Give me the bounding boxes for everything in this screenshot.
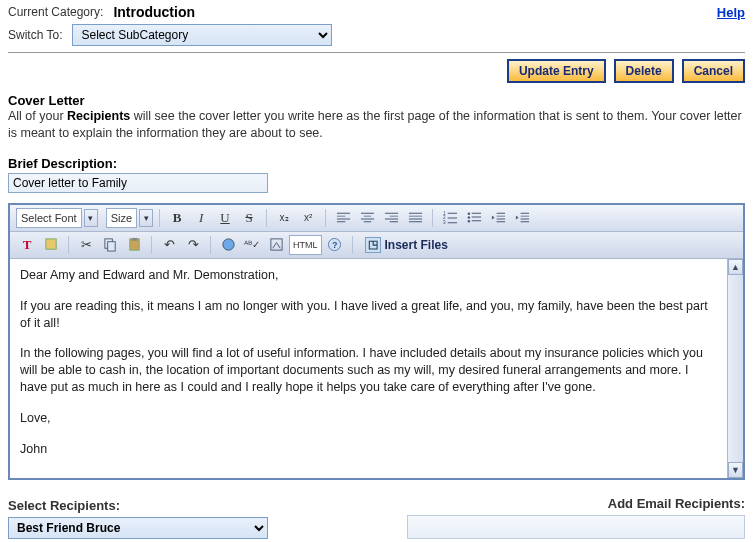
insert-files-button[interactable]: ◳ Insert Files bbox=[359, 237, 454, 253]
brief-description-input[interactable] bbox=[8, 173, 268, 193]
switch-to-label: Switch To: bbox=[8, 28, 62, 42]
scroll-up-icon[interactable]: ▲ bbox=[728, 259, 743, 275]
superscript-button[interactable]: x² bbox=[297, 208, 319, 228]
html-source-button[interactable]: HTML bbox=[289, 235, 322, 255]
brief-description-label: Brief Description: bbox=[8, 156, 745, 171]
svg-rect-6 bbox=[45, 239, 55, 249]
switch-to-select[interactable]: Select SubCategory bbox=[72, 24, 332, 46]
svg-rect-10 bbox=[131, 238, 137, 241]
italic-button[interactable]: I bbox=[190, 208, 212, 228]
cut-button[interactable]: ✂ bbox=[75, 235, 97, 255]
add-email-recipients-label: Add Email Recipients: bbox=[407, 496, 745, 511]
align-justify-button[interactable] bbox=[404, 208, 426, 228]
editor-scrollbar[interactable]: ▲ ▼ bbox=[727, 259, 743, 478]
align-center-button[interactable] bbox=[356, 208, 378, 228]
delete-button[interactable]: Delete bbox=[614, 59, 674, 83]
rich-text-editor: Select Font ▾ Size ▾ B I U S x₂ x² 123 T… bbox=[8, 203, 745, 480]
copy-button[interactable] bbox=[99, 235, 121, 255]
svg-text:?: ? bbox=[332, 241, 337, 251]
add-email-recipients-box[interactable] bbox=[407, 515, 745, 539]
special-char-button[interactable] bbox=[265, 235, 287, 255]
unordered-list-button[interactable] bbox=[463, 208, 485, 228]
undo-button[interactable]: ↶ bbox=[158, 235, 180, 255]
redo-button[interactable]: ↷ bbox=[182, 235, 204, 255]
svg-text:3: 3 bbox=[443, 220, 446, 225]
select-recipients-label: Select Recipients: bbox=[8, 498, 268, 513]
select-recipients-select[interactable]: Best Friend Bruce bbox=[8, 517, 268, 539]
editor-textarea[interactable]: Dear Amy and Edward and Mr. Demonstratio… bbox=[10, 259, 727, 478]
svg-point-3 bbox=[467, 213, 469, 215]
font-dropdown-icon[interactable]: ▾ bbox=[84, 209, 98, 227]
svg-point-11 bbox=[222, 239, 233, 250]
subscript-button[interactable]: x₂ bbox=[273, 208, 295, 228]
align-left-button[interactable] bbox=[332, 208, 354, 228]
outdent-button[interactable] bbox=[487, 208, 509, 228]
text-color-button[interactable]: T bbox=[16, 235, 38, 255]
current-category-value: Introduction bbox=[113, 4, 195, 20]
svg-rect-8 bbox=[107, 242, 115, 251]
background-color-button[interactable] bbox=[40, 235, 62, 255]
scroll-down-icon[interactable]: ▼ bbox=[728, 462, 743, 478]
cover-letter-desc: All of your Recipients will see the cove… bbox=[8, 108, 745, 142]
indent-button[interactable] bbox=[511, 208, 533, 228]
svg-point-5 bbox=[467, 220, 469, 222]
cancel-button[interactable]: Cancel bbox=[682, 59, 745, 83]
size-select[interactable]: Size bbox=[106, 208, 137, 228]
strike-button[interactable]: S bbox=[238, 208, 260, 228]
help-link[interactable]: Help bbox=[717, 5, 745, 20]
underline-button[interactable]: U bbox=[214, 208, 236, 228]
size-dropdown-icon[interactable]: ▾ bbox=[139, 209, 153, 227]
svg-point-4 bbox=[467, 217, 469, 219]
svg-rect-12 bbox=[270, 239, 281, 250]
ordered-list-button[interactable]: 123 bbox=[439, 208, 461, 228]
align-right-button[interactable] bbox=[380, 208, 402, 228]
font-select[interactable]: Select Font bbox=[16, 208, 82, 228]
bold-button[interactable]: B bbox=[166, 208, 188, 228]
current-category-label: Current Category: bbox=[8, 5, 103, 19]
insert-files-icon: ◳ bbox=[365, 237, 381, 253]
paste-button[interactable] bbox=[123, 235, 145, 255]
link-button[interactable] bbox=[217, 235, 239, 255]
help-button[interactable]: ? bbox=[324, 235, 346, 255]
spellcheck-button[interactable]: ᴬᴮ✓ bbox=[241, 235, 263, 255]
update-entry-button[interactable]: Update Entry bbox=[507, 59, 606, 83]
cover-letter-heading: Cover Letter bbox=[8, 93, 745, 108]
